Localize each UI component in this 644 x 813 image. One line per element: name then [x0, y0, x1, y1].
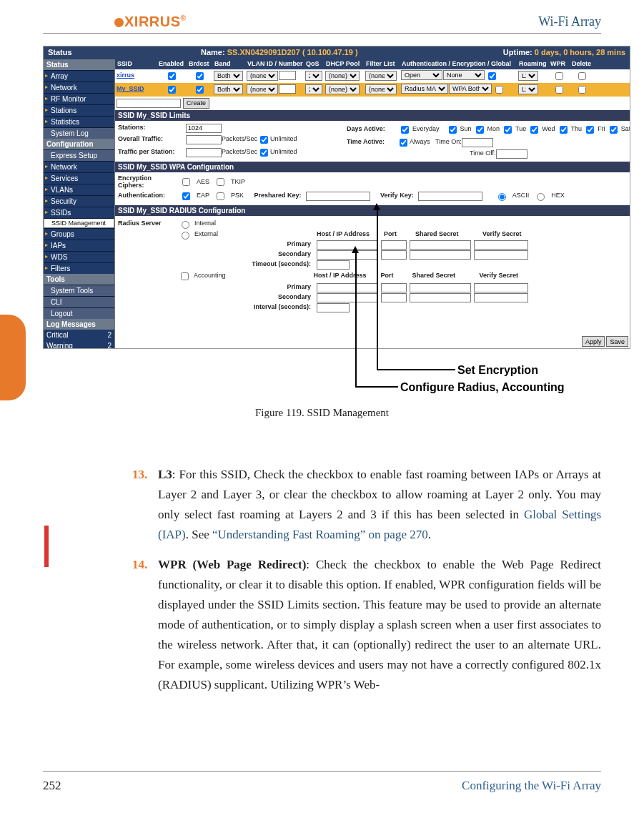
enabled-checkbox[interactable]: [168, 86, 176, 94]
port-input[interactable]: [381, 283, 407, 292]
nav-array[interactable]: ▸Array: [44, 70, 114, 82]
nav-iaps[interactable]: ▸IAPs: [44, 240, 114, 251]
nav-filters[interactable]: ▸Filters: [44, 262, 114, 274]
day-checkbox[interactable]: [449, 126, 457, 134]
nav-statistics[interactable]: ▸Statistics: [44, 116, 114, 127]
host-input[interactable]: [317, 293, 378, 302]
verify-key-input[interactable]: [418, 192, 482, 201]
ssid-link[interactable]: xirrus: [115, 72, 157, 79]
day-checkbox[interactable]: [530, 126, 538, 134]
hex-radio[interactable]: [537, 193, 545, 201]
dhcp-select[interactable]: (none): [325, 84, 360, 94]
nav-ssids[interactable]: ▸SSIDs: [44, 207, 114, 218]
shared-input[interactable]: [410, 293, 471, 302]
host-input[interactable]: [317, 240, 378, 250]
nav-security[interactable]: ▸Security: [44, 195, 114, 207]
port-input[interactable]: [381, 240, 407, 250]
traffic-input[interactable]: [186, 135, 222, 144]
auth-select[interactable]: Open: [401, 70, 442, 80]
psk-checkbox[interactable]: [217, 192, 224, 200]
dhcp-select[interactable]: (none): [325, 71, 360, 81]
timeout-input[interactable]: [317, 260, 350, 270]
nav-vlans[interactable]: ▸VLANs: [44, 184, 114, 195]
enabled-checkbox[interactable]: [168, 72, 176, 80]
interval-input[interactable]: [317, 303, 350, 312]
day-checkbox[interactable]: [586, 126, 594, 134]
ssid-link[interactable]: My_SSID: [115, 86, 157, 93]
nav-ssid-management[interactable]: SSID Management: [44, 218, 114, 228]
enc-select[interactable]: WPA Both: [449, 84, 492, 94]
nav-network[interactable]: ▸Network: [44, 82, 114, 93]
filter-select[interactable]: (none): [365, 71, 397, 81]
internal-radio[interactable]: [182, 221, 189, 229]
global-checkbox[interactable]: [488, 72, 496, 80]
delete-checkbox[interactable]: [578, 86, 586, 94]
verify-input[interactable]: [474, 250, 528, 260]
nav-express[interactable]: Express Setup: [44, 149, 114, 161]
timeon-input[interactable]: [462, 138, 493, 147]
shared-input[interactable]: [410, 240, 471, 250]
log-warning[interactable]: Warning2: [44, 340, 114, 349]
global-checkbox[interactable]: [495, 86, 503, 94]
nav-logout[interactable]: Logout: [44, 307, 114, 319]
vlan-num-input[interactable]: [279, 84, 296, 94]
unlimited-checkbox[interactable]: [260, 136, 268, 144]
roam-select[interactable]: L2: [518, 71, 538, 81]
auth-select[interactable]: Radius MAC: [401, 84, 448, 94]
day-checkbox[interactable]: [504, 126, 512, 134]
brdcst-checkbox[interactable]: [196, 72, 204, 80]
qos-select[interactable]: 2: [305, 71, 322, 81]
wpr-checkbox[interactable]: [555, 86, 563, 94]
save-button[interactable]: Save: [606, 336, 628, 347]
nav-systemtools[interactable]: System Tools: [44, 285, 114, 296]
nav-systemlog[interactable]: System Log: [44, 127, 114, 139]
vlan-select[interactable]: (none): [247, 71, 278, 81]
roam-select[interactable]: L2: [518, 84, 538, 94]
nav-services[interactable]: ▸Services: [44, 172, 114, 184]
band-select[interactable]: Both: [214, 71, 243, 81]
enc-select[interactable]: None: [443, 70, 485, 80]
verify-input[interactable]: [474, 283, 528, 292]
log-critical[interactable]: Critical2: [44, 330, 114, 340]
shared-input[interactable]: [410, 283, 471, 292]
port-input[interactable]: [381, 250, 407, 260]
crossref-fast-roaming[interactable]: “Understanding Fast Roaming” on page 270: [212, 528, 428, 541]
qos-select[interactable]: 2: [305, 84, 322, 94]
brdcst-checkbox[interactable]: [196, 86, 204, 94]
verify-input[interactable]: [474, 293, 528, 302]
verify-input[interactable]: [474, 240, 528, 250]
aes-checkbox[interactable]: [182, 178, 190, 186]
external-radio[interactable]: [182, 232, 189, 240]
band-select[interactable]: Both: [214, 84, 243, 94]
nav-groups[interactable]: ▸Groups: [44, 228, 114, 240]
vlan-select[interactable]: (none): [247, 84, 278, 94]
host-input[interactable]: [317, 250, 378, 260]
eap-checkbox[interactable]: [182, 192, 190, 200]
port-input[interactable]: [381, 293, 407, 302]
always-checkbox[interactable]: [400, 139, 407, 147]
day-checkbox[interactable]: [476, 126, 484, 134]
shared-input[interactable]: [410, 250, 471, 260]
day-checkbox[interactable]: [610, 126, 618, 134]
filter-select[interactable]: (none): [365, 84, 397, 94]
apply-button[interactable]: Apply: [582, 336, 605, 347]
vlan-num-input[interactable]: [279, 71, 296, 80]
nav-cli[interactable]: CLI: [44, 296, 114, 307]
tkip-checkbox[interactable]: [217, 178, 224, 186]
accounting-checkbox[interactable]: [181, 272, 189, 280]
traffic-per-input[interactable]: [186, 148, 222, 157]
nav-wds[interactable]: ▸WDS: [44, 251, 114, 262]
everyday-checkbox[interactable]: [401, 126, 409, 134]
nav-rfmonitor[interactable]: ▸RF Monitor: [44, 93, 114, 104]
new-ssid-input[interactable]: [117, 99, 181, 108]
wpr-checkbox[interactable]: [555, 72, 563, 80]
nav-stations[interactable]: ▸Stations: [44, 104, 114, 116]
ascii-radio[interactable]: [498, 193, 506, 201]
unlimited-checkbox[interactable]: [260, 149, 268, 157]
delete-checkbox[interactable]: [578, 72, 586, 80]
nav-network2[interactable]: ▸Network: [44, 161, 114, 172]
timeoff-input[interactable]: [496, 149, 527, 159]
day-checkbox[interactable]: [560, 126, 568, 134]
psk-key-input[interactable]: [306, 192, 370, 201]
create-button[interactable]: Create: [183, 98, 209, 109]
